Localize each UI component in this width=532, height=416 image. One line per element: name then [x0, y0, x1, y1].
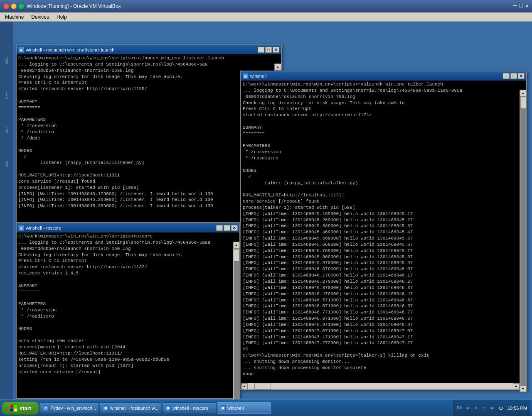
svg-rect-3: [14, 409, 17, 411]
window-roscore: ▣ winshell - roscore ─ □ ✕ C:\work\winma…: [16, 223, 240, 399]
taskbar-item-listener-icon: ▣: [103, 405, 108, 411]
clock: 10:56 PM: [507, 406, 527, 411]
window-listener-icon: ▣: [18, 47, 24, 53]
menu-devices[interactable]: Devices: [28, 13, 52, 21]
window-talker: ▣ winshell ─ □ ✕ C:\work\winmaster\win_r…: [240, 71, 527, 390]
window-listener-controls: ─ □ ✕: [258, 47, 279, 53]
close-btn[interactable]: [3, 3, 9, 9]
window-talker-icon: ▣: [243, 73, 249, 79]
title-min-icon[interactable]: ─: [513, 2, 517, 10]
clock-time: 10:56 PM: [507, 406, 527, 411]
window-listener-title-left: ▣ winshell - roslaunch win_env listener.…: [18, 47, 114, 53]
min-btn[interactable]: [11, 3, 17, 9]
window-roscore-scrollbar[interactable]: ▲ ▼: [233, 242, 239, 399]
taskbar-item-roscore[interactable]: ▣ winshell - roscore: [162, 402, 216, 414]
window-listener-content: C:\work\winmaster\win_ros\win_env\script…: [17, 54, 274, 222]
win3-min-btn[interactable]: ─: [216, 225, 223, 231]
window-roscore-icon: ▣: [18, 225, 24, 231]
hscroll-right[interactable]: ►: [513, 383, 520, 390]
max-btn[interactable]: [18, 3, 24, 9]
taskbar-item-pydev-label: Pydev - win_env/scri...: [50, 406, 96, 411]
window-talker-controls: ─ □ ✕: [503, 73, 525, 79]
start-button[interactable]: start: [2, 401, 39, 415]
win2-scroll-thumb[interactable]: [520, 96, 526, 109]
start-label: start: [20, 405, 31, 411]
menu-machine[interactable]: Machine: [2, 13, 27, 21]
system-tray: EN ⊕ ⊙ ♪ ⚙ ⏻ 10:56 PM: [452, 400, 530, 416]
taskbar-item-listener-label: winshell - roslaunch w...: [110, 406, 158, 411]
window-talker-title: winshell: [250, 73, 266, 78]
tray-icons: EN ⊕ ⊙ ♪ ⚙ ⏻: [456, 405, 504, 411]
window-roscore-content: C:\work\winmaster\win_ros\win_env\script…: [17, 232, 233, 398]
taskbar-item-listener[interactable]: ▣ winshell - roslaunch w...: [100, 402, 161, 414]
hscroll-thumb[interactable]: [254, 384, 271, 389]
desktop: Mic... C++ win win ▣ winshell - roslaunc…: [0, 22, 532, 399]
win3-scroll-up[interactable]: ▲: [233, 242, 240, 248]
window-roscore-title: winshell - roscore: [26, 225, 62, 230]
window-talker-content: C:\work\winmaster\win_ros\win_env\script…: [241, 81, 520, 383]
window-roscore-title-left: ▣ winshell - roscore: [18, 225, 62, 231]
hscroll-left[interactable]: ◄: [241, 383, 248, 390]
window-talker-title-left: ▣ winshell: [243, 73, 266, 79]
title-max-icon[interactable]: □: [519, 2, 522, 10]
svg-rect-2: [10, 409, 13, 411]
win3-close-btn[interactable]: ✕: [231, 225, 238, 231]
win1-close-btn[interactable]: ✕: [273, 47, 279, 53]
side-text2: C++: [5, 92, 9, 99]
win1-max-btn[interactable]: □: [265, 47, 272, 53]
window-roscore-controls: ─ □ ✕: [216, 225, 238, 231]
taskbar-item-roscore-label: winshell - roscore: [172, 406, 208, 411]
win2-close-btn[interactable]: ✕: [518, 73, 525, 79]
menu-bar: Machine Devices Help: [0, 12, 532, 22]
title-bar-left: Windoze [Running] - Oracle VM VirtualBox: [3, 3, 121, 9]
taskbar: start P Pydev - win_env/scri... ▣ winshe…: [0, 399, 532, 416]
svg-rect-1: [14, 405, 17, 408]
window-controls: [3, 3, 24, 9]
taskbar-item-winshell-icon: ▣: [220, 405, 226, 411]
win2-scroll-down[interactable]: ▼: [520, 385, 527, 392]
menu-help[interactable]: Help: [53, 13, 70, 21]
window-roscore-titlebar: ▣ winshell - roscore ─ □ ✕: [17, 223, 239, 232]
win2-scroll-track: [520, 96, 526, 385]
window-listener-title: winshell - roslaunch win_env listener.la…: [26, 47, 114, 52]
taskbar-item-winshell-label: winshell: [227, 406, 244, 411]
win1-min-btn[interactable]: ─: [258, 47, 264, 53]
svg-rect-0: [10, 405, 13, 408]
window-talker-scrollbar[interactable]: ▲ ▼: [520, 90, 526, 392]
win3-scroll-thumb[interactable]: [234, 249, 239, 262]
window-listener-titlebar: ▣ winshell - roslaunch win_env listener.…: [17, 45, 281, 54]
win2-max-btn[interactable]: □: [510, 73, 517, 79]
tray-volume-icon[interactable]: ♪: [481, 405, 488, 411]
title-right-controls: ─ □ ✕: [513, 2, 529, 10]
taskbar-item-pydev[interactable]: P Pydev - win_env/scri...: [40, 402, 99, 414]
title-close-icon[interactable]: ✕: [525, 2, 529, 10]
taskbar-item-pydev-icon: P: [43, 405, 49, 411]
taskbar-item-roscore-icon: ▣: [165, 405, 171, 411]
win3-scroll-track: [234, 248, 239, 399]
tray-network-icon[interactable]: ⊕: [464, 405, 471, 411]
tray-lang[interactable]: EN: [456, 405, 463, 411]
tray-settings-icon[interactable]: ⚙: [489, 405, 496, 411]
side-panel: Mic... C++ win win: [0, 22, 13, 399]
scroll-up-arrow[interactable]: ▲: [275, 64, 281, 70]
window-talker-hscroll[interactable]: ◄ ►: [241, 383, 520, 389]
taskbar-item-winshell[interactable]: ▣ winshell: [217, 402, 271, 414]
side-text3: win: [5, 127, 9, 133]
start-icon: [10, 404, 18, 412]
window-talker-titlebar: ▣ winshell ─ □ ✕: [241, 71, 526, 81]
app-title: Windoze [Running] - Oracle VM VirtualBox: [27, 3, 121, 9]
title-bar: Windoze [Running] - Oracle VM VirtualBox…: [0, 0, 532, 12]
win3-max-btn[interactable]: □: [224, 225, 230, 231]
win2-min-btn[interactable]: ─: [503, 73, 510, 79]
tray-update-icon[interactable]: ⊙: [473, 405, 479, 411]
taskbar-items: P Pydev - win_env/scri... ▣ winshell - r…: [40, 402, 451, 414]
tray-power-icon[interactable]: ⏻: [498, 405, 504, 411]
side-text: Mic...: [5, 55, 9, 64]
side-text4: win: [5, 161, 9, 167]
win2-scroll-up[interactable]: ▲: [520, 90, 527, 96]
